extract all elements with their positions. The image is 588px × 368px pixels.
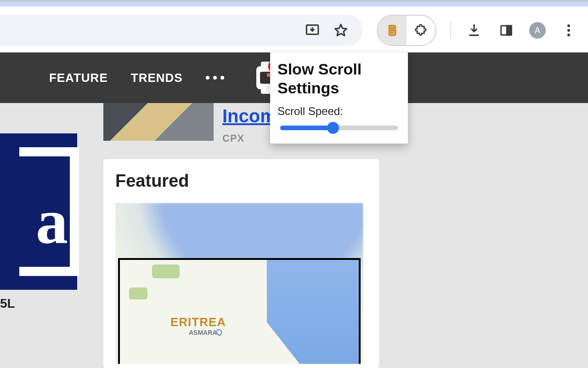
popup-title: Slow Scroll Settings <box>277 60 401 98</box>
nav-item-feature[interactable]: FEATURE <box>49 71 108 85</box>
featured-map-thumbnail[interactable]: ERITREA ASMARA <box>115 203 363 364</box>
article-thumbnail[interactable] <box>103 103 214 141</box>
nav-item-trends[interactable]: TRENDS <box>131 71 183 85</box>
featured-card: Featured ERITREA ASMARA <box>103 159 379 368</box>
toolbar-right-group: A <box>441 15 588 46</box>
slider-thumb-icon[interactable] <box>327 122 339 134</box>
popup-title-line1: Slow Scroll <box>277 60 362 78</box>
map-city-label: ASMARA <box>189 329 217 336</box>
extension-popup: Slow Scroll Settings Scroll Speed: <box>270 52 408 144</box>
omnibox-region <box>0 15 363 46</box>
article-source-label: CPX <box>222 132 244 144</box>
map-inner-frame: ERITREA ASMARA <box>118 258 361 364</box>
featured-heading: Featured <box>115 171 367 191</box>
svg-point-5 <box>567 34 570 36</box>
article-headline-link[interactable]: Incom <box>222 103 277 129</box>
scroll-speed-slider[interactable] <box>277 122 401 133</box>
bookmark-star-icon[interactable] <box>332 21 350 40</box>
downloads-icon[interactable] <box>465 21 483 40</box>
tab-strip-accent <box>0 2 588 6</box>
nav-more-icon[interactable] <box>206 76 224 80</box>
toolbar-separator <box>450 22 451 39</box>
profile-avatar[interactable]: A <box>529 22 546 39</box>
map-country-label: ERITREA <box>170 315 226 329</box>
sidebar-logo-label: 5L <box>0 296 15 311</box>
svg-rect-2 <box>507 26 511 35</box>
scroll-speed-label: Scroll Speed: <box>277 105 401 118</box>
side-panel-icon[interactable] <box>497 21 515 40</box>
logo-glyph: a <box>36 184 68 258</box>
svg-point-4 <box>567 29 570 32</box>
browser-toolbar: A <box>0 6 588 52</box>
kebab-menu-icon[interactable] <box>560 21 578 40</box>
map-sea <box>227 260 359 364</box>
popup-title-line2: Settings <box>277 79 339 97</box>
extensions-puzzle-icon[interactable] <box>407 16 435 45</box>
extension-pill <box>377 15 436 46</box>
avatar-initial: A <box>535 26 540 35</box>
install-app-icon[interactable] <box>303 21 322 40</box>
svg-point-3 <box>567 24 570 27</box>
sidebar-logo-tile[interactable]: a <box>0 133 77 290</box>
slow-scroll-extension-icon[interactable] <box>378 16 407 45</box>
